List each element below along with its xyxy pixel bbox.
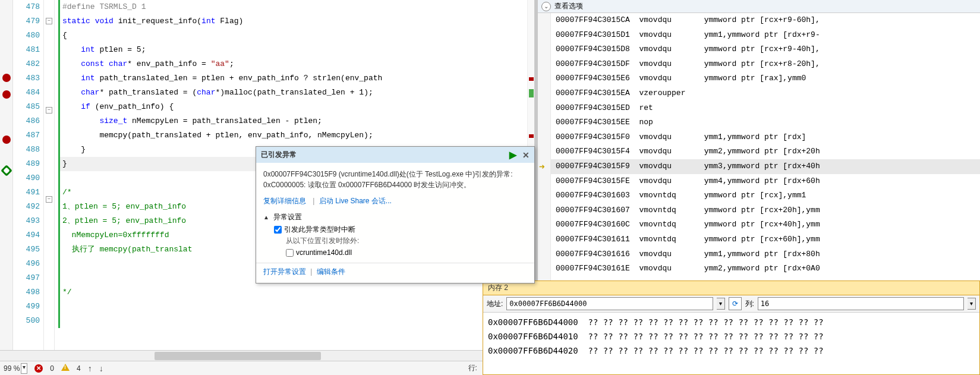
code-line[interactable]: size_t nMemcpyLen = path_translated_len … xyxy=(58,114,534,128)
collapse-toggle-icon[interactable]: ⌄ xyxy=(541,2,551,11)
disassembly-line[interactable]: 00007FF94C3015EE nop xyxy=(551,115,980,130)
line-number: 494 xyxy=(13,228,40,242)
code-line[interactable]: static void init_request_info(int Flag) xyxy=(58,14,534,29)
continue-icon[interactable]: ▶ xyxy=(509,149,516,160)
disassembly-line[interactable]: 00007FF94C3015FE vmovdqu ymm4,ymmword pt… xyxy=(551,174,980,189)
refresh-icon[interactable]: ⟳ xyxy=(729,297,742,310)
address-input[interactable] xyxy=(506,297,713,310)
except-from-label: 从以下位置引发时除外: xyxy=(286,236,527,246)
code-line[interactable]: if (env_path_info) { xyxy=(58,100,534,114)
error-count: 0 xyxy=(50,364,54,373)
zoom-value: 99 % xyxy=(4,364,20,373)
memory-window: 内存 2 地址: ▾ ⟳ 列: ▾ 0x00007FF6B6D44000 ?? … xyxy=(483,281,980,375)
disassembly-line[interactable]: 00007FF94C30160C vmovntdq ymmword ptr [r… xyxy=(551,218,980,232)
line-number: 493 xyxy=(13,214,40,228)
code-line[interactable] xyxy=(58,300,534,314)
close-icon[interactable]: ✕ xyxy=(522,150,530,160)
open-exception-settings-link[interactable]: 打开异常设置 xyxy=(263,267,306,276)
memory-row[interactable]: 0x00007FF6B6D44010 ?? ?? ?? ?? ?? ?? ?? … xyxy=(488,329,975,344)
address-label: 地址: xyxy=(487,299,503,309)
zoom-dropdown-icon[interactable]: ▾ xyxy=(21,363,27,374)
columns-label: 列: xyxy=(745,299,754,309)
line-number: 480 xyxy=(13,29,40,43)
current-instruction-icon: ➜ xyxy=(539,161,550,172)
line-number: 500 xyxy=(13,314,40,328)
address-dropdown-icon[interactable]: ▾ xyxy=(717,298,725,310)
except-module-label: vcruntime140d.dll xyxy=(296,248,352,257)
code-line[interactable]: memcpy(path_translated + ptlen, env_path… xyxy=(58,128,534,143)
breakpoint-icon[interactable] xyxy=(2,90,11,99)
error-icon[interactable]: ✕ xyxy=(34,364,43,373)
exception-message: 0x00007FF94C3015F9 (vcruntime140d.dll)处(… xyxy=(256,163,534,196)
line-number-gutter: 4784794804814824834844854864874884894904… xyxy=(13,0,44,350)
disassembly-line[interactable]: 00007FF94C3015E6 vmovdqu ymmword ptr [ra… xyxy=(551,71,980,86)
breakpoint-icon[interactable] xyxy=(2,74,11,82)
disassembly-line[interactable]: 00007FF94C3015F4 vmovdqu ymm2,ymmword pt… xyxy=(551,144,980,159)
disassembly-line[interactable]: 00007FF94C30161E vmovdqu ymm2,ymmword pt… xyxy=(551,261,980,276)
line-number: 479 xyxy=(13,14,40,29)
disassembly-line[interactable]: 00007FF94C3015D8 vmovdqu ymmword ptr [rc… xyxy=(551,42,980,57)
line-number: 485 xyxy=(13,100,40,114)
code-line[interactable] xyxy=(58,314,534,328)
line-number: 488 xyxy=(13,143,40,157)
line-number: 489 xyxy=(13,157,40,171)
line-number: 491 xyxy=(13,185,40,200)
disassembly-line[interactable]: 00007FF94C3015DF vmovdqu ymmword ptr [rc… xyxy=(551,57,980,72)
disassembly-line[interactable]: 00007FF94C3015CA vmovdqu ymmword ptr [rc… xyxy=(551,13,980,28)
breakpoint-gutter[interactable] xyxy=(0,0,13,350)
fold-gutter[interactable]: −−− xyxy=(44,0,55,350)
fold-toggle-icon[interactable]: − xyxy=(46,196,52,203)
ruler-breakpoint-mark xyxy=(529,134,534,138)
ruler-breakpoint-mark xyxy=(529,77,534,81)
code-line[interactable]: */ xyxy=(58,285,534,300)
scrollbar-thumb[interactable] xyxy=(155,352,321,360)
memory-content[interactable]: 0x00007FF6B6D44000 ?? ?? ?? ?? ?? ?? ?? … xyxy=(483,313,979,374)
exception-title-bar: 已引发异常 ▶ ✕ xyxy=(256,147,534,163)
line-number: 478 xyxy=(13,0,40,14)
liveshare-link[interactable]: 启动 Live Share 会话... xyxy=(319,197,392,205)
disassembly-options-label: 查看选项 xyxy=(554,1,583,11)
line-label: 行: xyxy=(468,363,477,373)
disassembly-line[interactable]: 00007FF94C301611 vmovntdq ymmword ptr [r… xyxy=(551,232,980,247)
code-line[interactable]: int path_translated_len = ptlen + env_pa… xyxy=(58,71,534,86)
disassembly-header[interactable]: ⌄ 查看选项 xyxy=(538,0,980,13)
columns-input[interactable] xyxy=(758,297,964,310)
line-number: 492 xyxy=(13,200,40,214)
disassembly-line[interactable]: 00007FF94C3015D1 vmovdqu ymm1,ymmword pt… xyxy=(551,28,980,43)
warning-icon[interactable] xyxy=(61,364,70,373)
disassembly-line[interactable]: 00007FF94C301616 vmovdqu ymm1,ymmword pt… xyxy=(551,247,980,262)
disassembly-line[interactable]: 00007FF94C3015F9 vmovdqu ymm3,ymmword pt… xyxy=(551,159,980,174)
line-number: 483 xyxy=(13,71,40,86)
copy-details-link[interactable]: 复制详细信息 xyxy=(263,197,306,205)
prev-issue-icon[interactable]: ↑ xyxy=(88,364,92,373)
code-line[interactable]: { xyxy=(58,29,534,43)
disassembly-line[interactable]: 00007FF94C301603 vmovntdq ymmword ptr [r… xyxy=(551,188,980,203)
disassembly-line[interactable]: 00007FF94C3015ED ret xyxy=(551,101,980,116)
code-line[interactable]: int ptlen = 5; xyxy=(58,43,534,57)
line-number: 484 xyxy=(13,86,40,100)
memory-row[interactable]: 0x00007FF6B6D44020 ?? ?? ?? ?? ?? ?? ?? … xyxy=(488,344,975,358)
expand-arrow-icon[interactable]: ▲ xyxy=(263,214,269,220)
line-number: 496 xyxy=(13,257,40,271)
memory-row[interactable]: 0x00007FF6B6D44000 ?? ?? ?? ?? ?? ?? ?? … xyxy=(488,315,975,329)
code-line[interactable]: #define TSRMLS_D 1 xyxy=(58,0,534,14)
next-issue-icon[interactable]: ↓ xyxy=(99,364,103,373)
disassembly-line[interactable]: 00007FF94C301607 vmovntdq ymmword ptr [r… xyxy=(551,203,980,218)
breakpoint-icon[interactable] xyxy=(2,135,11,144)
fold-toggle-icon[interactable]: − xyxy=(46,18,52,24)
code-line[interactable]: char* path_translated = (char*)malloc(pa… xyxy=(58,86,534,100)
columns-dropdown-icon[interactable]: ▾ xyxy=(968,298,976,310)
edit-condition-link[interactable]: 编辑条件 xyxy=(317,267,345,276)
line-number: 487 xyxy=(13,128,40,143)
disassembly-line[interactable]: 00007FF94C3015EA vzeroupper xyxy=(551,86,980,101)
fold-toggle-icon[interactable]: − xyxy=(46,107,52,114)
break-on-exception-checkbox[interactable] xyxy=(274,226,282,234)
horizontal-scrollbar[interactable] xyxy=(0,350,534,361)
code-line[interactable]: const char* env_path_info = "aa"; xyxy=(58,57,534,71)
disassembly-line[interactable]: 00007FF94C3015F0 vmovdqu ymm1,ymmword pt… xyxy=(551,130,980,145)
zoom-level[interactable]: 99 % ▾ xyxy=(4,363,27,374)
disassembly-content[interactable]: 00007FF94C3015CA vmovdqu ymmword ptr [rc… xyxy=(551,13,980,276)
except-module-checkbox[interactable] xyxy=(286,249,294,257)
separator: | xyxy=(313,197,314,205)
warning-count: 4 xyxy=(77,364,81,373)
